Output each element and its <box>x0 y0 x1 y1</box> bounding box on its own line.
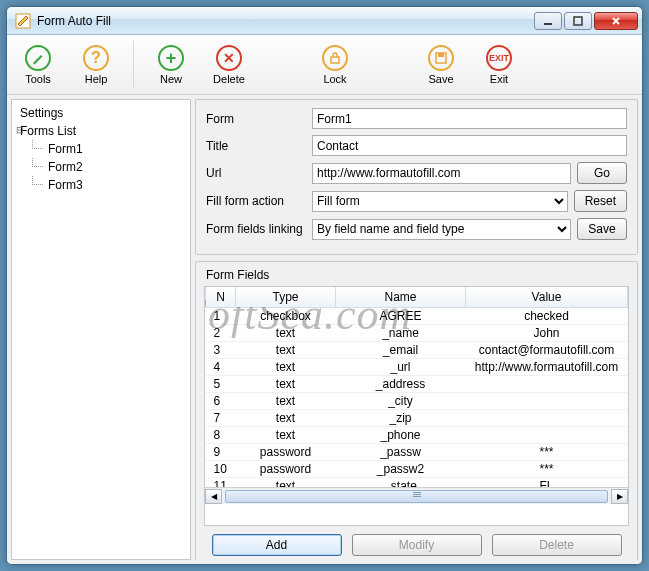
svg-rect-1 <box>544 23 552 25</box>
app-window: Form Auto Fill Tools ? Help + New ✕ Dele… <box>6 6 643 565</box>
form-name-input[interactable] <box>312 108 627 129</box>
table-row[interactable]: 11text_stateFL <box>206 478 628 488</box>
lock-button[interactable]: Lock <box>310 39 360 91</box>
table-row[interactable]: 6text_city <box>206 393 628 410</box>
linking-label: Form fields linking <box>206 222 306 236</box>
cell-name: _phone <box>336 427 466 444</box>
fields-table[interactable]: N Type Name Value 1checkboxAGREEchecked2… <box>205 287 628 487</box>
scroll-left-button[interactable]: ◀ <box>205 489 222 504</box>
table-row[interactable]: 2text_nameJohn <box>206 325 628 342</box>
save-button[interactable]: Save <box>416 39 466 91</box>
cell-n: 11 <box>206 478 236 488</box>
form-properties-panel: Form Title Url Go Fill form action Fill … <box>195 99 638 255</box>
table-row[interactable]: 4text_urlhttp://www.formautofill.com <box>206 359 628 376</box>
title-input[interactable] <box>312 135 627 156</box>
cell-type: text <box>236 359 336 376</box>
form-label: Form <box>206 112 306 126</box>
app-icon <box>15 13 31 29</box>
cell-name: _state <box>336 478 466 488</box>
tree-forms-list[interactable]: Forms List <box>14 122 188 140</box>
window-title: Form Auto Fill <box>37 14 534 28</box>
cell-n: 5 <box>206 376 236 393</box>
cell-n: 9 <box>206 444 236 461</box>
cell-value <box>466 393 628 410</box>
scroll-thumb[interactable] <box>225 490 608 503</box>
add-field-button[interactable]: Add <box>212 534 342 556</box>
fields-panel-title: Form Fields <box>206 268 629 282</box>
scroll-track[interactable] <box>223 489 610 504</box>
url-input[interactable] <box>312 163 571 184</box>
table-row[interactable]: 7text_zip <box>206 410 628 427</box>
cell-n: 4 <box>206 359 236 376</box>
delete-button[interactable]: ✕ Delete <box>204 39 254 91</box>
cell-type: checkbox <box>236 308 336 325</box>
cell-value: checked <box>466 308 628 325</box>
cell-type: text <box>236 410 336 427</box>
modify-field-button[interactable]: Modify <box>352 534 482 556</box>
table-row[interactable]: 1checkboxAGREEchecked <box>206 308 628 325</box>
help-button[interactable]: ? Help <box>71 39 121 91</box>
main-area: Settings Forms List Form1Form2Form3 Form… <box>7 95 642 564</box>
linking-select[interactable]: By field name and field type <box>312 219 571 240</box>
scroll-right-button[interactable]: ▶ <box>611 489 628 504</box>
exit-icon: EXIT <box>486 45 512 71</box>
cell-value: John <box>466 325 628 342</box>
cell-type: text <box>236 376 336 393</box>
cell-n: 10 <box>206 461 236 478</box>
question-icon: ? <box>83 45 109 71</box>
cell-value: http://www.formautofill.com <box>466 359 628 376</box>
table-row[interactable]: 10password_passw2*** <box>206 461 628 478</box>
fields-table-scroll[interactable]: N Type Name Value 1checkboxAGREEchecked2… <box>205 287 628 487</box>
tree-form-item[interactable]: Form2 <box>14 158 188 176</box>
cell-type: text <box>236 325 336 342</box>
form-fields-panel: Form Fields SoftSea.com N Type Name Valu… <box>195 261 638 560</box>
table-row[interactable]: 8text_phone <box>206 427 628 444</box>
cell-name: AGREE <box>336 308 466 325</box>
form-save-button[interactable]: Save <box>577 218 627 240</box>
cell-name: _zip <box>336 410 466 427</box>
cell-name: _email <box>336 342 466 359</box>
toolbar-separator <box>133 41 134 89</box>
table-row[interactable]: 9password_passw*** <box>206 444 628 461</box>
tree-form-item[interactable]: Form3 <box>14 176 188 194</box>
cell-value <box>466 410 628 427</box>
cell-type: text <box>236 478 336 488</box>
table-row[interactable]: 5text_address <box>206 376 628 393</box>
cell-name: _url <box>336 359 466 376</box>
col-n[interactable]: N <box>206 287 236 308</box>
horizontal-scrollbar[interactable]: ◀ ▶ <box>205 487 628 504</box>
sidebar-tree[interactable]: Settings Forms List Form1Form2Form3 <box>11 99 191 560</box>
go-button[interactable]: Go <box>577 162 627 184</box>
lock-icon <box>322 45 348 71</box>
new-button[interactable]: + New <box>146 39 196 91</box>
tree-form-item[interactable]: Form1 <box>14 140 188 158</box>
tools-button[interactable]: Tools <box>13 39 63 91</box>
fill-action-select[interactable]: Fill form <box>312 191 568 212</box>
col-type[interactable]: Type <box>236 287 336 308</box>
tree-settings[interactable]: Settings <box>14 104 188 122</box>
cell-type: password <box>236 444 336 461</box>
cell-n: 7 <box>206 410 236 427</box>
cell-n: 3 <box>206 342 236 359</box>
cell-type: password <box>236 461 336 478</box>
fill-action-label: Fill form action <box>206 194 306 208</box>
cell-value <box>466 376 628 393</box>
cell-name: _name <box>336 325 466 342</box>
url-label: Url <box>206 166 306 180</box>
cell-value: *** <box>466 444 628 461</box>
close-button[interactable] <box>594 12 638 30</box>
col-value[interactable]: Value <box>466 287 628 308</box>
cell-value: FL <box>466 478 628 488</box>
delete-field-button[interactable]: Delete <box>492 534 622 556</box>
cell-type: text <box>236 342 336 359</box>
col-name[interactable]: Name <box>336 287 466 308</box>
exit-button[interactable]: EXIT Exit <box>474 39 524 91</box>
minimize-button[interactable] <box>534 12 562 30</box>
table-row[interactable]: 3text_emailcontact@formautofill.com <box>206 342 628 359</box>
reset-button[interactable]: Reset <box>574 190 627 212</box>
cell-value <box>466 427 628 444</box>
maximize-button[interactable] <box>564 12 592 30</box>
svg-rect-2 <box>574 17 582 25</box>
fields-table-wrap: SoftSea.com N Type Name Value 1ch <box>204 286 629 526</box>
fields-buttons: Add Modify Delete <box>204 534 629 556</box>
